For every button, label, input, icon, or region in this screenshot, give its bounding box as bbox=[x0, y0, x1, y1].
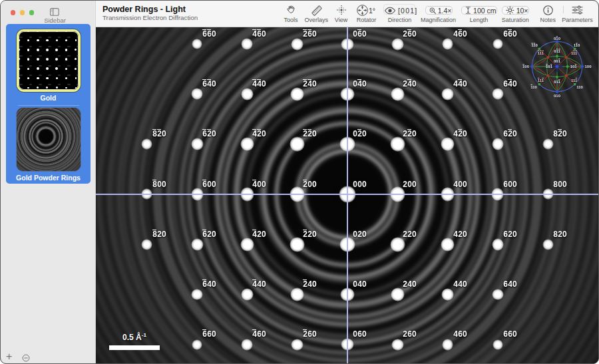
svg-text:111: 111 bbox=[538, 51, 544, 55]
svg-text:101: 101 bbox=[546, 65, 553, 69]
svg-text:101: 101 bbox=[570, 65, 578, 69]
svg-text:110: 110 bbox=[576, 85, 583, 89]
svg-text:100: 100 bbox=[584, 65, 592, 69]
svg-text:001: 001 bbox=[554, 59, 561, 63]
svg-text:110: 110 bbox=[530, 85, 537, 89]
svg-text:010: 010 bbox=[554, 94, 561, 98]
svg-text:010: 010 bbox=[554, 37, 561, 41]
svg-text:011: 011 bbox=[554, 50, 560, 54]
svg-text:110: 110 bbox=[574, 44, 580, 48]
svg-text:011: 011 bbox=[554, 81, 560, 85]
svg-text:111: 111 bbox=[538, 79, 544, 83]
svg-text:110: 110 bbox=[531, 44, 538, 48]
svg-text:100: 100 bbox=[522, 65, 530, 69]
svg-text:111: 111 bbox=[571, 51, 578, 55]
svg-text:111: 111 bbox=[571, 79, 578, 83]
